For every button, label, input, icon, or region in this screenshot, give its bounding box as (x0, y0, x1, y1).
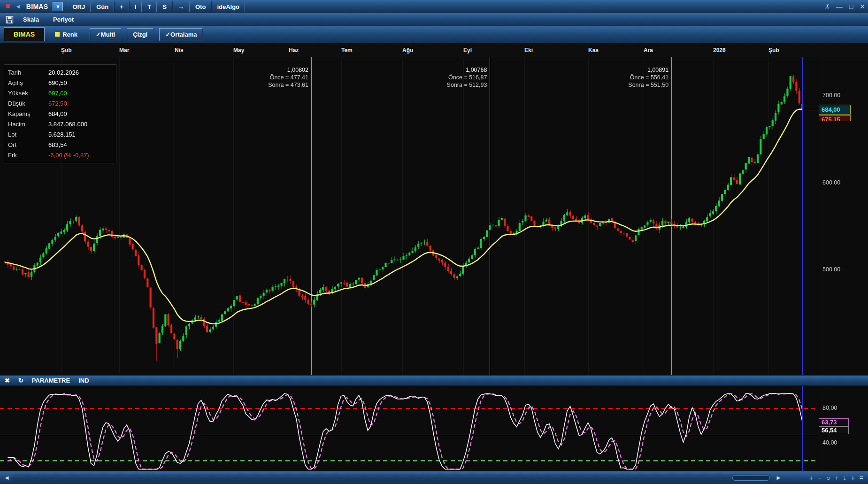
info-label: Kapanış (8, 110, 48, 117)
month-label: Ara (644, 47, 653, 54)
titlebar: ✖ ◄ BIMAS ▼ ORJ Gün + I T S → Oto ideAlg… (0, 0, 868, 13)
indicator-axis-label: 80,00 (822, 405, 837, 411)
indicator-fast-value-badge: 56,54 (819, 426, 849, 434)
info-row: Ort683,54 (4, 139, 116, 150)
orj-button[interactable]: ORJ (67, 1, 91, 12)
extra-close-icon[interactable]: X (825, 2, 830, 10)
scroll-right-icon[interactable]: ► (776, 474, 782, 481)
add-icon[interactable]: + (851, 474, 855, 482)
info-row: Kapanış684,00 (4, 108, 116, 119)
price-axis-label: 700,00 (822, 92, 840, 99)
month-label: Eyl (463, 47, 472, 54)
info-value: -6,00 (% -0,87) (48, 152, 89, 159)
indicator-ind-menu[interactable]: IND (78, 377, 89, 384)
tabbar: BIMAS Renk ✓Multi Çizgi ✓Ortalama (0, 26, 868, 43)
indicator-titlebar: ✖ ↻ PARAMETRE IND (0, 375, 868, 386)
zoom-out-icon[interactable]: − (818, 474, 822, 482)
month-label: Ağu (402, 47, 413, 54)
info-row: Yüksek697,00 (4, 88, 116, 98)
price-axis-label: 600,00 (822, 179, 840, 186)
scale-down-icon[interactable]: ↓ (843, 474, 846, 482)
month-label: Kas (588, 47, 599, 54)
zoom-in-icon[interactable]: + (809, 474, 813, 482)
info-label: Tarih (8, 69, 48, 76)
month-label: Nis (175, 47, 184, 54)
renk-button[interactable]: Renk (55, 31, 77, 38)
indicator-axis-label: 40,00 (822, 439, 837, 446)
equalize-icon[interactable]: = (860, 474, 863, 482)
idealgo-button[interactable]: ideAlgo (211, 1, 245, 12)
back-icon[interactable]: ◄ (15, 3, 21, 10)
scroll-left-icon[interactable]: ◄ (4, 474, 10, 481)
last-price-badge: 684,00 (819, 105, 851, 115)
info-value: 697,00 (48, 90, 67, 97)
zoom-controls: + − ○ ↑ ↓ + = (809, 474, 863, 482)
month-label: Eki (524, 47, 533, 54)
info-label: Açılış (8, 79, 48, 86)
menubar: Skala Periyot (0, 13, 868, 26)
info-row: Açılış690,50 (4, 77, 116, 88)
symbol-title: BIMAS (26, 3, 48, 10)
s-button[interactable]: S (157, 1, 172, 12)
info-label: Hacim (8, 121, 48, 128)
download-button[interactable]: ▼ (53, 2, 63, 11)
info-value: 683,54 (48, 141, 67, 148)
multi-toggle[interactable]: ✓Multi (90, 28, 121, 41)
info-value: 690,50 (48, 79, 67, 86)
t-button[interactable]: T (142, 1, 157, 12)
month-label: Şub (61, 47, 72, 54)
tab-bimas[interactable]: BIMAS (4, 27, 45, 41)
save-icon[interactable] (6, 16, 14, 23)
month-label: May (233, 47, 244, 54)
month-label: 2026 (713, 47, 726, 54)
scrollbar-track[interactable] (12, 474, 772, 482)
info-label: Yüksek (8, 90, 48, 97)
menu-skala[interactable]: Skala (23, 16, 39, 23)
months-row: ŞubMarNisMayHazTemAğuEylEkiKasAra2026Şub (0, 43, 868, 57)
scrollbar-thumb[interactable] (732, 475, 770, 481)
minimize-icon[interactable]: — (836, 3, 843, 10)
gun-button[interactable]: Gün (91, 1, 114, 12)
info-value: 5.628.151 (48, 131, 76, 138)
price-chart-canvas[interactable] (0, 57, 868, 375)
maximize-icon[interactable]: □ (849, 3, 853, 10)
info-row: Tarih20.02.2026 (4, 67, 116, 77)
indicator-close-icon[interactable]: ✖ (5, 377, 10, 384)
close-chart-icon[interactable]: ✖ (5, 3, 10, 10)
info-row: Hacim3.847.068.000 (4, 119, 116, 129)
cizgi-toggle[interactable]: Çizgi (127, 28, 154, 41)
info-row: Düşük672,50 (4, 98, 116, 108)
info-row: Lot5.628.151 (4, 129, 116, 139)
down-arrow-icon: ▼ (55, 4, 61, 9)
chart-window: ✖ ◄ BIMAS ▼ ORJ Gün + I T S → Oto ideAlg… (0, 0, 868, 484)
info-label: Ort (8, 141, 48, 148)
info-value: 684,00 (48, 110, 67, 117)
secondary-price-badge: 675,15 (819, 115, 851, 121)
month-label: Şub (768, 47, 779, 54)
oto-button[interactable]: Oto (190, 1, 211, 12)
ohlc-info-panel: Tarih20.02.2026 Açılış690,50 Yüksek697,0… (4, 64, 116, 163)
price-axis-label: 500,00 (822, 266, 840, 273)
info-label: Frk (8, 152, 48, 159)
renk-label: Renk (62, 31, 77, 38)
ortalama-toggle[interactable]: ✓Ortalama (159, 28, 203, 41)
month-label: Tem (341, 47, 353, 54)
indicator-slow-value-badge: 63,73 (819, 418, 849, 426)
info-value: 672,50 (48, 100, 67, 107)
indicator-parametre-menu[interactable]: PARAMETRE (32, 377, 70, 384)
window-close-icon[interactable]: ✕ (860, 3, 865, 10)
indicator-refresh-icon[interactable]: ↻ (18, 377, 23, 384)
bottombar: ◄ ► + − ○ ↑ ↓ + = (0, 471, 868, 484)
info-label: Lot (8, 131, 48, 138)
info-row: Frk-6,00 (% -0,87) (4, 150, 116, 160)
indicator-canvas[interactable] (0, 386, 868, 471)
i-button[interactable]: I (129, 1, 142, 12)
color-swatch-icon (55, 32, 60, 37)
zoom-reset-icon[interactable]: ○ (826, 474, 830, 482)
menu-periyot[interactable]: Periyot (53, 16, 74, 23)
scale-up-icon[interactable]: ↑ (835, 474, 838, 482)
month-label: Haz (289, 47, 299, 54)
plus-button[interactable]: + (114, 1, 129, 12)
arrow-button[interactable]: → (172, 1, 190, 12)
info-label: Düşük (8, 100, 48, 107)
